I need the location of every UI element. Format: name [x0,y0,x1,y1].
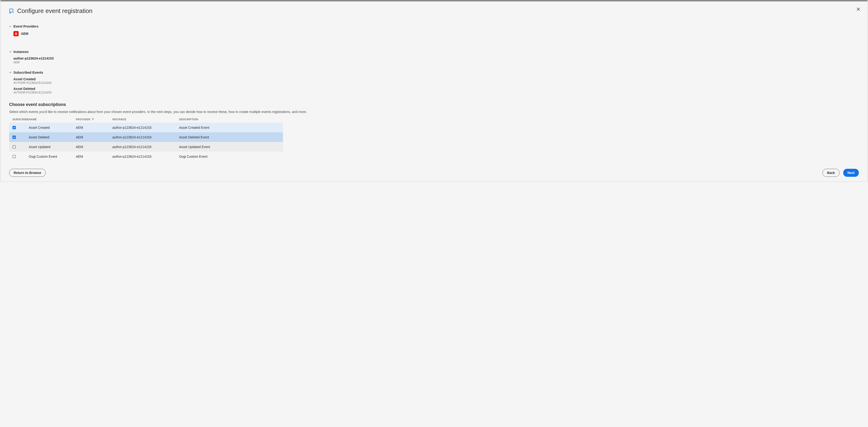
cell-provider: AEM [76,126,113,129]
sort-ascending-icon [92,118,94,121]
section-header-subscribed-events[interactable]: Subscribed Events [9,71,859,74]
choose-subscriptions-title: Choose event subscriptions [9,102,859,107]
th-instance[interactable]: INSTANCE [113,118,179,121]
cell-name: Asset Deleted [29,135,76,139]
cell-name: Asset Created [29,126,76,129]
cell-provider: AEM [76,135,113,139]
section-header-event-providers[interactable]: Event Providers [9,25,859,28]
th-provider[interactable]: PROVIDER [76,118,113,121]
dialog-footer: Return to Browse Back Next [1,164,867,182]
subscribed-event-sub: AUTHOR-P123624-E1214153 [13,81,859,85]
instance-name: author-p123624-e1214153 [13,57,859,60]
subscribe-checkbox[interactable] [12,155,16,158]
table-row[interactable]: Osgi Custom Event AEM author-p123624-e12… [9,152,283,161]
return-to-browse-button[interactable]: Return to Browse [9,169,46,177]
provider-item: AEM [13,31,859,36]
choose-subscriptions-description: Select which events you'd like to receiv… [9,110,859,114]
table-row[interactable]: Asset Updated AEM author-p123624-e121415… [9,142,283,152]
subscribe-checkbox[interactable] [12,145,16,149]
section-subscribed-events: Subscribed Events Asset Created AUTHOR-P… [9,71,859,94]
next-button[interactable]: Next [843,169,859,177]
section-title: Instances [13,50,29,54]
events-table: SUBSCRIBE NAME PROVIDER INSTANCE DESCRIP… [9,118,283,161]
dialog-content: Event Providers AEM Instance [1,25,867,161]
subscribed-event-name: Asset Deleted [13,87,859,91]
section-title: Subscribed Events [13,71,43,74]
dialog: Configure event registration Event Provi… [0,0,868,182]
cell-instance: author-p123624-e1214153 [113,145,179,149]
table-header: SUBSCRIBE NAME PROVIDER INSTANCE DESCRIP… [9,118,283,123]
chevron-down-icon [9,25,11,28]
table-body: Asset Created AEM author-p123624-e121415… [9,123,283,161]
section-title: Event Providers [13,25,39,28]
provider-name: AEM [21,32,28,36]
chevron-down-icon [9,51,11,53]
table-row[interactable]: Asset Created AEM author-p123624-e121415… [9,123,283,132]
table-row[interactable]: Asset Deleted AEM author-p123624-e121415… [9,132,283,142]
cell-provider: AEM [76,145,113,149]
cell-description: Asset Updated Event [179,145,283,149]
cell-description: Osgi Custom Event [179,155,283,158]
close-button[interactable] [856,7,861,11]
dialog-title: Configure event registration [17,7,92,14]
svg-rect-0 [10,9,13,12]
configure-icon [9,8,14,14]
cell-provider: AEM [76,155,113,158]
subscribed-event-item: Asset Deleted AUTHOR-P123624-E1214153 [13,87,859,94]
th-subscribe[interactable]: SUBSCRIBE [9,118,29,121]
cell-name: Osgi Custom Event [29,155,76,158]
subscribed-event-sub: AUTHOR-P123624-E1214153 [13,91,859,94]
adobe-aem-icon [13,31,19,36]
instance-item: author-p123624-e1214153 AEM [13,57,859,64]
cell-instance: author-p123624-e1214153 [113,155,179,158]
th-description[interactable]: DESCRIPTION [179,118,283,121]
back-button[interactable]: Back [823,169,839,177]
cell-instance: author-p123624-e1214153 [113,135,179,139]
cell-description: Asset Deleted Event [179,135,283,139]
subscribed-event-item: Asset Created AUTHOR-P123624-E1214153 [13,77,859,85]
subscribe-checkbox[interactable] [12,136,16,139]
th-provider-label: PROVIDER [76,118,90,121]
cell-description: Asset Created Event [179,126,283,129]
subscribed-event-name: Asset Created [13,77,859,81]
section-header-instances[interactable]: Instances [9,50,859,54]
chevron-down-icon [9,71,11,74]
svg-point-1 [10,12,11,13]
dialog-header: Configure event registration [1,1,867,18]
cell-instance: author-p123624-e1214153 [113,126,179,129]
th-name[interactable]: NAME [29,118,76,121]
subscribe-checkbox[interactable] [12,126,16,129]
instance-sub: AEM [13,61,859,64]
section-instances: Instances author-p123624-e1214153 AEM [9,50,859,64]
cell-name: Asset Updated [29,145,76,149]
section-event-providers: Event Providers AEM [9,25,859,36]
